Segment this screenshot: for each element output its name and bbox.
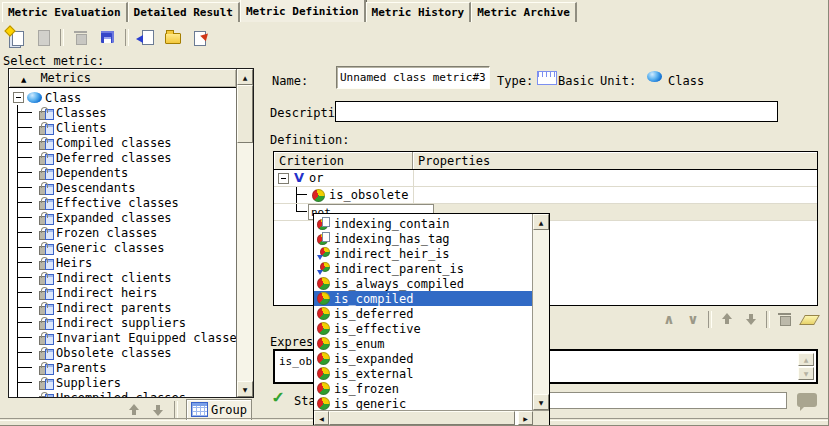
metric-tree-item[interactable]: Frozen classes	[9, 225, 236, 240]
criterion-option[interactable]: is_always_compiled	[314, 276, 532, 291]
criterion-option[interactable]: is_compiled	[314, 291, 532, 306]
move-up-icon[interactable]	[126, 402, 142, 418]
scrollbar-thumb[interactable]	[237, 85, 253, 143]
tree-connector	[9, 360, 39, 375]
metric-tree-item[interactable]: Indirect suppliers	[9, 315, 236, 330]
metric-tree-item-label: Obsolete classes	[56, 346, 172, 360]
actions-separator	[766, 311, 770, 328]
dropdown-hscrollbar[interactable]	[314, 411, 533, 425]
tab[interactable]: Metric History	[366, 2, 472, 22]
criterion-option[interactable]: is_generic	[314, 396, 532, 410]
tree-scrollbar[interactable]	[236, 69, 253, 397]
collapse-box-icon[interactable]	[278, 173, 289, 184]
scrollbar-thumb[interactable]	[329, 411, 515, 425]
or-criterion-icon[interactable]	[684, 310, 702, 328]
metric-tree-item-label: Descendants	[56, 181, 135, 195]
metric-tree-item[interactable]: Effective classes	[9, 195, 236, 210]
metric-tree-item[interactable]: Classes	[9, 105, 236, 120]
metric-tree-item[interactable]: Indirect clients	[9, 270, 236, 285]
and-criterion-icon[interactable]	[660, 310, 678, 328]
scrollbar-track[interactable]	[237, 143, 253, 381]
metric-tree-item[interactable]: Generic classes	[9, 240, 236, 255]
metric-tree-main: Metrics Class Classes	[9, 69, 236, 397]
copy-metric-icon[interactable]	[33, 27, 53, 47]
criterion-option[interactable]: is_deferred	[314, 306, 532, 321]
metric-tree-item[interactable]: Descendants	[9, 180, 236, 195]
metric-tree-item[interactable]: Suppliers	[9, 375, 236, 390]
criterion-option-label: indirect_heir_is	[334, 247, 450, 261]
criterion-option[interactable]: indexing_has_tag	[314, 231, 532, 246]
scroll-up-icon[interactable]	[798, 353, 814, 366]
metric-tree-item[interactable]: Parents	[9, 360, 236, 375]
metric-tree-item[interactable]: Heirs	[9, 255, 236, 270]
metric-tree-item[interactable]: Invariant Equipped classes	[9, 330, 236, 345]
tab[interactable]: Metric Archive	[471, 2, 577, 22]
class-unit-icon	[647, 71, 662, 82]
move-up-icon[interactable]	[718, 310, 736, 328]
criterion-option[interactable]: indirect_heir_is	[314, 246, 532, 261]
metric-tree-item[interactable]: Deferred classes	[9, 150, 236, 165]
criterion-option[interactable]: indirect_parent_is	[314, 261, 532, 276]
scroll-right-icon[interactable]	[518, 411, 533, 425]
metrics-column-header[interactable]: Metrics	[9, 69, 236, 88]
delete-metric-icon[interactable]	[71, 27, 91, 47]
criterion-option[interactable]: is_enum	[314, 336, 532, 351]
criterion-row-is-obsolete[interactable]: is_obsolete	[274, 187, 817, 204]
tree-connector	[9, 345, 39, 360]
properties-column-header[interactable]: Properties	[413, 152, 817, 169]
criterion-option[interactable]: is_expanded	[314, 351, 532, 366]
metric-tree-item[interactable]: Expanded classes	[9, 210, 236, 225]
import-metrics-icon[interactable]	[190, 27, 210, 47]
criterion-column-header[interactable]: Criterion	[274, 152, 413, 169]
scroll-down-icon[interactable]	[798, 367, 814, 380]
metric-tool-window: Metric Evaluation Detailed Result Metric…	[0, 0, 829, 426]
new-metric-icon[interactable]	[6, 27, 26, 47]
scroll-down-icon[interactable]	[237, 381, 253, 397]
criterion-dropdown: indexing_contain indexing_has_tag indire…	[313, 213, 550, 426]
reload-definition-icon[interactable]	[136, 27, 156, 47]
criterion-option[interactable]: is_effective	[314, 321, 532, 336]
description-input[interactable]	[335, 101, 778, 122]
metric-tree-item[interactable]: Clients	[9, 120, 236, 135]
metric-tree-item[interactable]: Indirect parents	[9, 300, 236, 315]
criterion-row-or[interactable]: or	[274, 170, 817, 187]
metric-tree-root[interactable]: Class	[9, 90, 236, 105]
scroll-up-icon[interactable]	[533, 214, 549, 230]
metric-tree-item[interactable]: Uncompiled classes	[9, 390, 236, 397]
scroll-left-icon[interactable]	[314, 411, 329, 425]
move-down-icon[interactable]	[742, 310, 760, 328]
criterion-icon	[317, 337, 330, 350]
locked-metric-icon	[39, 151, 54, 164]
metric-tree-item-label: Parents	[56, 361, 107, 375]
move-down-icon[interactable]	[150, 402, 166, 418]
metric-tree-item-label: Indirect clients	[56, 271, 172, 285]
metric-tree-item[interactable]: Indirect heirs	[9, 285, 236, 300]
dropdown-vscrollbar[interactable]	[532, 214, 549, 410]
scroll-down-icon[interactable]	[533, 394, 549, 410]
tab-label: Metric Definition	[246, 5, 359, 18]
save-metric-icon[interactable]	[98, 27, 118, 47]
open-metric-file-icon[interactable]	[163, 27, 183, 47]
locked-metric-icon	[39, 361, 54, 374]
criterion-option[interactable]: indexing_contain	[314, 216, 532, 231]
tab[interactable]: Metric Definition	[240, 0, 366, 22]
collapse-box-icon[interactable]	[13, 92, 24, 103]
criterion-option[interactable]: is_frozen	[314, 381, 532, 396]
type-value: Basic	[558, 74, 594, 88]
criterion-option[interactable]: is_external	[314, 366, 532, 381]
criterion-option-label: is_always_compiled	[334, 277, 464, 291]
delete-criterion-icon[interactable]	[776, 310, 794, 328]
criterion-option-label: indirect_parent_is	[334, 262, 464, 276]
name-input[interactable]	[336, 66, 490, 89]
metric-tree-item[interactable]: Obsolete classes	[9, 345, 236, 360]
metric-tree-item-label: Invariant Equipped classes	[56, 331, 236, 345]
tab[interactable]: Detailed Result	[128, 2, 240, 22]
scrollbar-track[interactable]	[533, 230, 549, 394]
metric-tree-item[interactable]: Dependents	[9, 165, 236, 180]
criterion-action-group	[660, 310, 702, 328]
metric-tree-item[interactable]: Compiled classes	[9, 135, 236, 150]
scroll-up-icon[interactable]	[237, 69, 253, 85]
criterion-icon	[317, 397, 330, 410]
erase-criterion-icon[interactable]	[800, 310, 818, 328]
tab[interactable]: Metric Evaluation	[2, 2, 128, 22]
